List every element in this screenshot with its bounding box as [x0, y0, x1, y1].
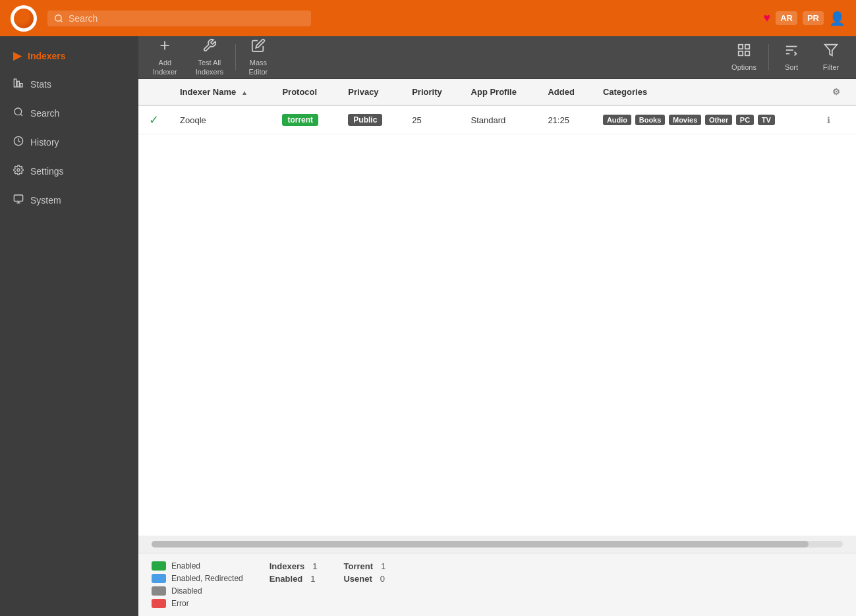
sidebar-item-indexers[interactable]: ▶ Indexers [0, 42, 138, 70]
legend-enabled-redirected-label: Enabled, Redirected [171, 574, 243, 583]
sort-label: Sort [785, 63, 798, 72]
sidebar-item-search[interactable]: Search [0, 99, 138, 128]
priority-value: 25 [412, 115, 421, 125]
protocol-badge: torrent [282, 114, 318, 126]
col-added: Added [537, 79, 592, 105]
options-label: Options [731, 63, 756, 72]
col-priority: Priority [401, 79, 460, 105]
logo-globe [14, 9, 34, 28]
filter-label: Filter [823, 63, 839, 72]
svg-rect-9 [14, 195, 22, 201]
svg-point-0 [55, 14, 61, 20]
svg-point-5 [14, 108, 22, 115]
enabled-stat-value: 1 [310, 574, 315, 584]
app-profile-value: Standard [471, 115, 506, 125]
enabled-check-icon: ✓ [149, 113, 159, 126]
stat-indexers: Indexers 1 [270, 561, 318, 571]
row-privacy: Public [337, 105, 401, 134]
cat-books: Books [635, 115, 666, 125]
svg-marker-21 [825, 45, 837, 56]
indexer-table: Indexer Name ▲ Protocol Privacy Priority… [138, 79, 856, 134]
row-info-icon[interactable]: ℹ [827, 115, 830, 125]
top-header: ♥ AR PR 👤 [0, 0, 856, 36]
header-right: ♥ AR PR 👤 [763, 11, 845, 26]
legend-disabled-label: Disabled [171, 586, 202, 596]
torrent-stat-value: 1 [381, 561, 385, 571]
legend-disabled: Disabled [152, 586, 243, 596]
row-protocol: torrent [271, 105, 337, 134]
settings-icon [13, 165, 24, 178]
search-input[interactable] [69, 13, 304, 24]
legend: Enabled Enabled, Redirected Disabled Err… [152, 561, 243, 608]
legend-dot-green [152, 561, 166, 571]
history-icon [13, 136, 24, 149]
filter-icon [824, 43, 838, 61]
sort-icon [784, 43, 799, 61]
table-container: Indexer Name ▲ Protocol Privacy Priority… [138, 79, 856, 536]
scrollbar-thumb[interactable] [152, 541, 809, 547]
svg-rect-4 [20, 84, 22, 87]
toolbar-right: Options Sort [722, 38, 851, 77]
legend-dot-blue [152, 574, 166, 583]
sidebar-item-history[interactable]: History [0, 128, 138, 157]
col-categories: Categories [592, 79, 816, 105]
svg-rect-15 [745, 45, 749, 49]
legend-dot-gray [152, 586, 166, 596]
options-button[interactable]: Options [722, 38, 766, 77]
options-icon [737, 43, 751, 61]
stat-enabled: Enabled 1 [270, 574, 318, 584]
sidebar-item-label-history: History [30, 137, 59, 148]
cat-tv: TV [758, 115, 775, 125]
col-status [138, 79, 169, 105]
filter-button[interactable]: Filter [811, 38, 851, 77]
legend-enabled-label: Enabled [171, 561, 200, 571]
sidebar-item-settings[interactable]: Settings [0, 157, 138, 186]
stats-icon [13, 78, 24, 91]
mass-editor-button[interactable]: MassEditor [239, 36, 278, 82]
row-actions: ℹ [816, 105, 856, 134]
sidebar-item-system[interactable]: System [0, 186, 138, 215]
cat-audio: Audio [603, 115, 631, 125]
legend-error: Error [152, 599, 243, 608]
sort-arrow: ▲ [241, 89, 248, 96]
col-app-profile: App Profile [461, 79, 538, 105]
sidebar-item-label-stats: Stats [30, 79, 51, 90]
column-settings-icon[interactable]: ⚙ [832, 87, 840, 97]
footer: Enabled Enabled, Redirected Disabled Err… [138, 553, 856, 616]
added-value: 21:25 [548, 115, 569, 125]
indexer-name-value: Zooqle [180, 115, 206, 125]
toolbar-divider-2 [768, 44, 769, 70]
app-logo[interactable] [11, 5, 37, 32]
svg-line-1 [61, 20, 63, 22]
heart-icon[interactable]: ♥ [763, 11, 770, 25]
test-all-indexers-button[interactable]: Test AllIndexers [186, 36, 233, 82]
svg-line-6 [20, 114, 22, 116]
horizontal-scrollbar[interactable] [152, 541, 843, 547]
add-indexer-label: AddIndexer [153, 59, 177, 76]
sort-button[interactable]: Sort [772, 38, 811, 77]
row-status: ✓ [138, 105, 169, 134]
toolbar-divider-1 [235, 44, 236, 70]
stat-usenet: Usenet 0 [343, 574, 385, 584]
col-privacy: Privacy [337, 79, 401, 105]
search-sidebar-icon [13, 107, 24, 120]
user-icon[interactable]: 👤 [829, 11, 845, 26]
search-bar[interactable] [47, 11, 311, 26]
indexers-stat-label: Indexers [270, 561, 304, 571]
col-indexer-name[interactable]: Indexer Name ▲ [169, 79, 271, 105]
legend-enabled: Enabled [152, 561, 243, 571]
row-added: 21:25 [537, 105, 592, 134]
svg-point-8 [17, 169, 20, 171]
legend-error-label: Error [171, 599, 189, 608]
stats-left: Indexers 1 Enabled 1 [270, 561, 318, 584]
ar-badge: AR [776, 11, 797, 25]
sidebar-item-stats[interactable]: Stats [0, 70, 138, 99]
add-indexer-button[interactable]: AddIndexer [144, 36, 186, 82]
system-icon [13, 194, 24, 207]
stats-right: Torrent 1 Usenet 0 [343, 561, 385, 584]
sidebar-item-label-indexers: Indexers [28, 51, 66, 61]
col-actions: ⚙ [816, 79, 856, 105]
svg-rect-3 [17, 81, 19, 87]
row-priority: 25 [401, 105, 460, 134]
pr-badge: PR [803, 11, 824, 25]
